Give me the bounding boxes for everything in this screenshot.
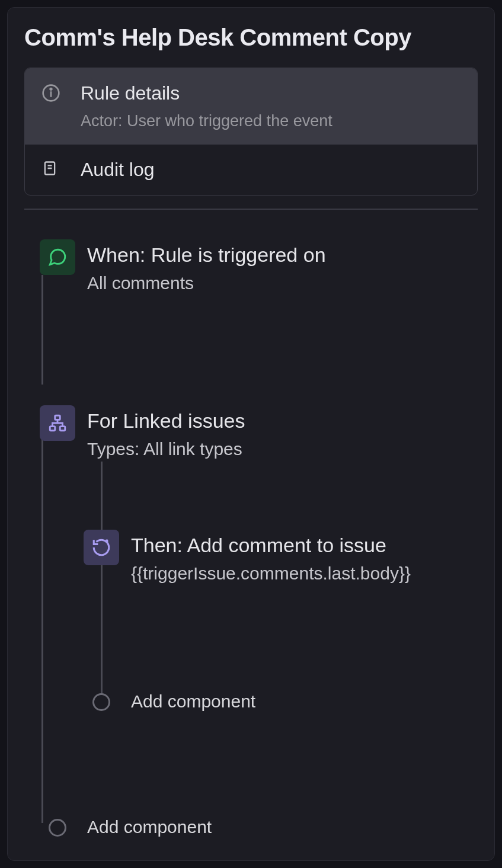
branch-title: For Linked issues [87,408,478,434]
audit-log-row[interactable]: Audit log [25,145,477,196]
svg-rect-8 [60,427,65,431]
branch-children: Then: Add comment to issue {{triggerIssu… [84,530,478,712]
automation-rule-panel: Comm's Help Desk Comment Copy Rule detai… [7,7,495,861]
rule-details-row[interactable]: Rule details Actor: User who triggered t… [25,68,477,145]
trigger-title: When: Rule is triggered on [87,242,478,268]
branch-subtitle: Types: All link types [87,437,478,462]
rule-details-subtitle: Actor: User who triggered the event [81,111,461,132]
add-component-inner[interactable]: Add component [84,692,478,711]
page-title: Comm's Help Desk Comment Copy [24,24,478,51]
info-icon [41,81,65,103]
svg-rect-6 [55,415,60,419]
connector-line [41,275,43,385]
trigger-subtitle: All comments [87,271,478,296]
connector-line [41,420,43,823]
connector-line [101,462,103,530]
comment-trigger-icon [40,239,75,275]
add-component-label: Add component [66,818,212,837]
action-node[interactable]: Then: Add comment to issue {{triggerIssu… [84,530,478,586]
svg-rect-7 [50,427,55,431]
audit-log-title: Audit log [81,158,461,182]
divider [24,209,478,210]
branch-node[interactable]: For Linked issues Types: All link types [40,405,478,462]
add-node-icon [49,819,66,837]
add-component-label: Add component [110,692,255,711]
action-subtitle: {{triggerIssue.comments.last.body}} [131,562,478,586]
rule-flow: When: Rule is triggered on All comments … [24,239,478,837]
trigger-node[interactable]: When: Rule is triggered on All comments [40,239,478,296]
rule-details-title: Rule details [81,81,461,106]
action-icon [84,530,119,565]
add-component-outer[interactable]: Add component [40,818,478,837]
action-title: Then: Add comment to issue [131,532,478,558]
branch-icon [40,405,75,441]
document-icon [41,158,65,177]
svg-point-2 [50,88,52,90]
rule-settings-box: Rule details Actor: User who triggered t… [24,68,478,196]
add-node-icon [92,693,110,711]
